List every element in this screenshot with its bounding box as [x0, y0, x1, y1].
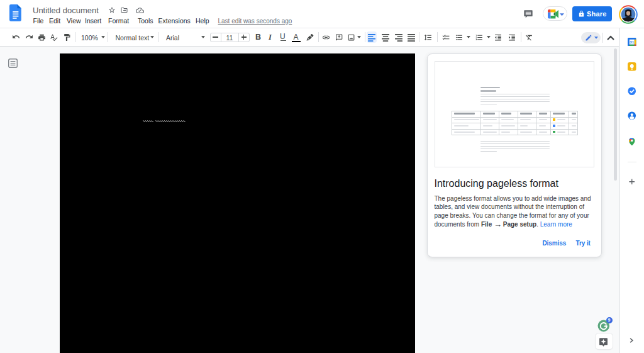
svg-text:31: 31 [630, 40, 634, 44]
